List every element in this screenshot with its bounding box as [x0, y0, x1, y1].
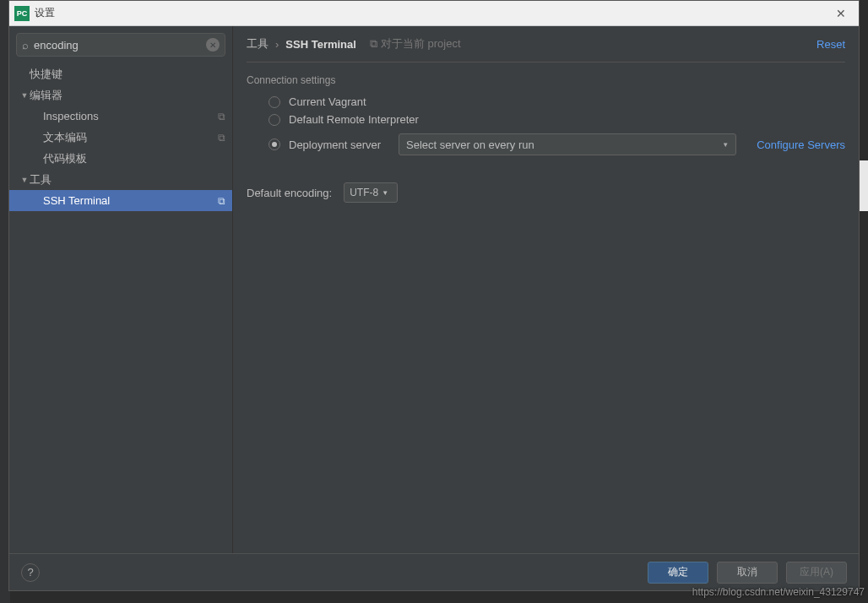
chevron-down-icon: ▼ [722, 141, 729, 149]
copy-icon: ⧉ [218, 132, 225, 144]
dialog-body: ⌕ ✕ 快捷键 ▼ 编辑器 Inspections ⧉ 文本编码 [9, 26, 859, 553]
chevron-down-icon: ▼ [19, 176, 30, 184]
hint-text: 对于当前 project [381, 36, 461, 52]
radio-deployment-server[interactable]: Deployment server Select server on every… [247, 128, 845, 160]
close-icon[interactable]: ✕ [828, 7, 854, 20]
search-icon: ⌕ [22, 39, 29, 52]
dropdown-value: Select server on every run [406, 139, 722, 151]
project-scope-hint: ⧉ 对于当前 project [370, 36, 461, 52]
ok-button[interactable]: 确定 [648, 562, 708, 584]
deployment-server-dropdown[interactable]: Select server on every run ▼ [399, 133, 736, 155]
main-panel: 工具 › SSH Terminal ⧉ 对于当前 project Reset C… [233, 26, 859, 553]
tree-item-ssh-terminal[interactable]: SSH Terminal ⧉ [9, 190, 232, 211]
bc-separator: › [275, 38, 279, 51]
titlebar: PC 设置 ✕ [9, 1, 859, 26]
settings-tree: 快捷键 ▼ 编辑器 Inspections ⧉ 文本编码 ⧉ 代码模板 [9, 63, 232, 553]
radio-label: Deployment server [289, 139, 390, 151]
tree-item-tools[interactable]: ▼ 工具 [9, 169, 232, 190]
radio-label: Default Remote Interpreter [289, 113, 419, 126]
tree-label: 编辑器 [30, 88, 225, 103]
reset-link[interactable]: Reset [816, 38, 845, 51]
chevron-down-icon: ▼ [19, 91, 30, 100]
dropdown-value: UTF-8 [350, 187, 378, 198]
connection-settings-title: Connection settings [247, 74, 845, 86]
tree-label: 代码模板 [43, 151, 225, 166]
radio-current-vagrant[interactable]: Current Vagrant [247, 93, 845, 111]
tree-label: 文本编码 [43, 130, 218, 145]
tree-item-inspections[interactable]: Inspections ⧉ [9, 106, 232, 127]
tree-item-code-templates[interactable]: 代码模板 [9, 148, 232, 169]
dialog-title: 设置 [35, 6, 828, 20]
help-button[interactable]: ? [21, 563, 40, 582]
bc-tools[interactable]: 工具 [247, 36, 269, 52]
radio-icon [269, 114, 280, 126]
tree-item-editor[interactable]: ▼ 编辑器 [9, 84, 232, 106]
tree-item-shortcuts[interactable]: 快捷键 [9, 63, 232, 84]
configure-servers-link[interactable]: Configure Servers [757, 139, 845, 151]
cancel-button[interactable]: 取消 [717, 562, 778, 584]
search-input[interactable] [34, 39, 206, 52]
default-encoding-row: Default encoding: UTF-8 ▼ [247, 182, 845, 203]
copy-icon: ⧉ [218, 195, 225, 207]
radio-icon [269, 139, 280, 150]
radio-default-remote[interactable]: Default Remote Interpreter [247, 111, 845, 128]
copy-icon: ⧉ [370, 37, 377, 51]
clear-search-icon[interactable]: ✕ [206, 38, 220, 52]
copy-icon: ⧉ [218, 111, 225, 122]
apply-button[interactable]: 应用(A) [786, 562, 847, 584]
sidebar: ⌕ ✕ 快捷键 ▼ 编辑器 Inspections ⧉ 文本编码 [9, 26, 233, 553]
chevron-down-icon: ▼ [382, 189, 388, 197]
app-icon: PC [14, 6, 30, 21]
breadcrumb: 工具 › SSH Terminal ⧉ 对于当前 project Reset [247, 36, 845, 62]
tree-label: SSH Terminal [43, 194, 218, 207]
radio-label: Current Vagrant [289, 95, 366, 108]
tree-label: Inspections [43, 110, 218, 122]
search-input-wrap[interactable]: ⌕ ✕ [16, 33, 225, 57]
radio-icon [269, 96, 280, 108]
tree-label: 快捷键 [30, 67, 225, 82]
tree-item-file-encodings[interactable]: 文本编码 ⧉ [9, 127, 232, 148]
tree-label: 工具 [30, 172, 225, 187]
dialog-footer: ? 确定 取消 应用(A) [9, 553, 859, 590]
bc-ssh-terminal: SSH Terminal [285, 38, 356, 51]
watermark: https://blog.csdn.net/weixin_43129747 [692, 586, 865, 598]
encoding-dropdown[interactable]: UTF-8 ▼ [344, 182, 398, 203]
settings-dialog: PC 设置 ✕ ⌕ ✕ 快捷键 ▼ 编辑器 In [8, 0, 860, 591]
encoding-label: Default encoding: [247, 187, 332, 199]
